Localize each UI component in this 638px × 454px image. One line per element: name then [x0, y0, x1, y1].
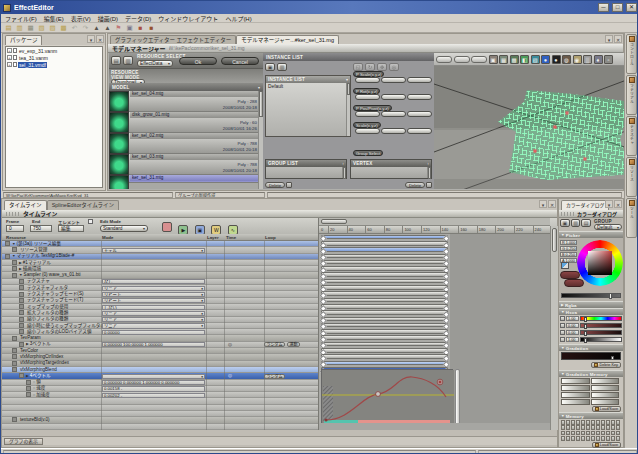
toolbar-icon[interactable]: ▥ — [15, 23, 24, 32]
mem-cell[interactable] — [616, 420, 620, 425]
pivot-tool-icon[interactable]: ◎ — [389, 63, 399, 71]
grid-rows[interactable] — [319, 234, 550, 423]
previous-color-swatch[interactable] — [564, 279, 584, 287]
vertex-list-box[interactable]: Vertex ↕ — [350, 159, 432, 179]
maximize-button[interactable]: □ — [612, 3, 623, 12]
viewport-canvas[interactable]: Custom▾ — [434, 66, 638, 189]
menu-item[interactable]: 描画(D) — [98, 14, 118, 23]
move-tool-icon[interactable]: ✥ — [377, 63, 387, 71]
toolbar-icon[interactable]: ▨ — [48, 23, 57, 32]
keyframe-track-bar[interactable] — [321, 310, 448, 315]
mem-cell[interactable] — [566, 436, 570, 441]
package-tree-item[interactable]: + ev_exp_31.vanm — [6, 47, 102, 54]
frame-ruler[interactable]: 0 20406080100120140160180200220240 — [319, 226, 550, 234]
mem-cell[interactable] — [566, 425, 570, 430]
row-expander-icon[interactable]: ▶ — [19, 260, 22, 266]
show-graph-button[interactable]: グラフの表示 — [4, 438, 43, 445]
gm-slot[interactable] — [591, 385, 620, 391]
field-input-z[interactable] — [407, 128, 432, 134]
keyframe-track-bar[interactable] — [321, 235, 448, 240]
group-list-box[interactable]: Group List ↕ — [265, 159, 347, 179]
keyframe-track-bar[interactable] — [321, 323, 448, 328]
panel-close-icon[interactable]: ✕ — [96, 35, 104, 43]
keyframe-track-bar[interactable] — [321, 254, 448, 259]
delete-group-option[interactable] — [286, 182, 292, 188]
toolbar-icon[interactable]: ▧ — [37, 23, 46, 32]
element-checkbox[interactable] — [88, 219, 93, 224]
mem-cell[interactable] — [571, 431, 575, 436]
row-value-cell[interactable]: 0.000000 0.000000 1.000000 0.000000 — [102, 380, 205, 385]
right-strip-tab[interactable]: テクスチャ — [626, 116, 637, 156]
slider-value[interactable]: 0.00 — [566, 323, 579, 328]
slider-track[interactable] — [580, 337, 622, 342]
toolbar-icon[interactable]: ▲ — [92, 23, 101, 32]
delete-vertex-option[interactable] — [426, 182, 432, 188]
slider-handle[interactable] — [584, 317, 587, 323]
keyframe-track-bar[interactable] — [321, 329, 448, 334]
row-value-cell[interactable]: リニア▾ — [102, 311, 205, 316]
toolbar-icon[interactable]: ▩ — [59, 23, 68, 32]
row-value-cell[interactable]: 0.00000 — [102, 330, 205, 335]
gradation-bar[interactable] — [561, 352, 621, 360]
paste-color-icon[interactable]: ▤ — [581, 219, 591, 227]
channel-value[interactable]: R 1.000 — [560, 240, 577, 245]
mem-cell[interactable] — [596, 420, 600, 425]
viewport-icon[interactable]: ● — [552, 55, 561, 64]
model-list-item[interactable]: disk_grow_01.mtg Poly : 602008/10/01 16:… — [109, 112, 258, 133]
channel-value[interactable]: G 0.250 — [560, 246, 577, 251]
expander-icon[interactable]: + — [7, 62, 12, 67]
mem-cell[interactable] — [601, 431, 605, 436]
toolbar-icon[interactable]: ▲ — [103, 23, 112, 32]
mem-cell[interactable] — [616, 431, 620, 436]
minimize-button[interactable]: ─ — [598, 3, 609, 12]
mem-cell[interactable] — [581, 420, 585, 425]
right-strip-tab[interactable]: コントロール — [626, 34, 637, 74]
mem-cell[interactable] — [571, 425, 575, 430]
panel-close-icon[interactable]: ✕ — [548, 200, 556, 208]
instance-entry-default[interactable]: Default — [266, 83, 350, 90]
row-expander-icon[interactable]: ▶ — [26, 373, 29, 379]
shading-mode-pill[interactable] — [454, 56, 470, 63]
row-value-cell[interactable]: リピート▾ — [102, 298, 205, 303]
tab-package[interactable]: パッケージ — [5, 35, 42, 45]
menu-item[interactable]: ウィンドウレイアウト — [158, 14, 218, 23]
mem-cell[interactable] — [591, 431, 595, 436]
viewport-icon[interactable]: ● — [541, 55, 550, 64]
grid-hscrollbar[interactable] — [319, 218, 550, 226]
gm-slot[interactable] — [561, 392, 590, 398]
viewport-icon[interactable]: ▦ — [499, 55, 508, 64]
model-list-item[interactable]: ker_sel_31.mtg — [109, 175, 258, 183]
menu-item[interactable]: ファイル(F) — [5, 14, 37, 23]
field-input-x[interactable] — [355, 94, 380, 100]
mem-cell[interactable] — [616, 425, 620, 430]
group-list-scrollbar[interactable] — [342, 167, 346, 178]
row-value-cell[interactable]: 0.00202 - — [102, 393, 205, 398]
panel-close-icon[interactable]: ✕ — [614, 35, 622, 43]
row-expander-icon[interactable]: ▶ — [19, 266, 22, 272]
viewport-icon[interactable]: ▒ — [583, 55, 592, 64]
mem-cell[interactable] — [611, 431, 615, 436]
mem-cell[interactable] — [606, 425, 610, 430]
mem-cell[interactable] — [611, 425, 615, 430]
keyframe-track-bar[interactable] — [321, 335, 448, 340]
mem-cell[interactable] — [571, 436, 575, 441]
keyframe-track-bar[interactable] — [321, 298, 448, 303]
keyframe-track-bar[interactable] — [321, 348, 448, 353]
viewport-icon[interactable]: ◉ — [573, 55, 582, 64]
grid-vscrollbar[interactable] — [550, 226, 558, 430]
field-input-x[interactable] — [355, 111, 380, 117]
channel-value[interactable]: B 0.250 — [560, 252, 577, 257]
slider-value[interactable]: 0.00 — [566, 330, 579, 335]
row-expander-icon[interactable]: ○ — [33, 379, 35, 385]
brightness-slider[interactable] — [561, 293, 621, 298]
viewport-icon[interactable]: ♦ — [594, 55, 603, 64]
mem-cell[interactable] — [561, 431, 565, 436]
view-mode-pill[interactable] — [436, 56, 452, 63]
field-input-x[interactable] — [355, 128, 380, 134]
slider-lock-icon[interactable] — [560, 316, 565, 321]
mem-cell[interactable] — [601, 420, 605, 425]
row-expander-icon[interactable]: ▶ — [26, 341, 29, 347]
instance-new-icon[interactable]: ▣ — [265, 63, 275, 71]
chevron-down-icon[interactable]: ▾ — [346, 77, 348, 82]
row-expander-icon[interactable]: ○ — [33, 392, 35, 398]
